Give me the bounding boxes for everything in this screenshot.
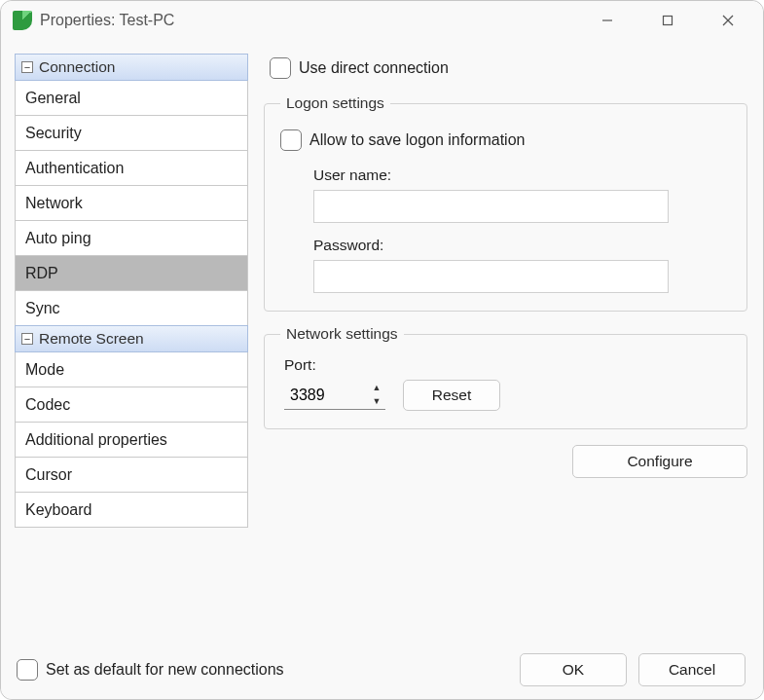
sidebar-item-sync[interactable]: Sync bbox=[15, 291, 248, 326]
configure-button[interactable]: Configure bbox=[572, 445, 747, 478]
minimize-icon bbox=[600, 14, 614, 27]
sidebar: − Connection General Security Authentica… bbox=[15, 54, 248, 641]
svg-rect-1 bbox=[664, 17, 673, 25]
allow-save-label: Allow to save logon information bbox=[309, 131, 525, 149]
titlebar: Properties: Test-PC bbox=[1, 1, 763, 40]
allow-save-checkbox[interactable] bbox=[280, 129, 302, 151]
network-legend: Network settings bbox=[280, 325, 404, 343]
sidebar-group-connection[interactable]: − Connection bbox=[15, 54, 248, 81]
sidebar-item-authentication[interactable]: Authentication bbox=[15, 151, 248, 186]
main-panel: Use direct connection Logon settings All… bbox=[264, 54, 747, 641]
username-input[interactable] bbox=[313, 190, 669, 223]
sidebar-item-general[interactable]: General bbox=[15, 81, 248, 116]
window-title: Properties: Test-PC bbox=[40, 12, 174, 29]
sidebar-item-codec[interactable]: Codec bbox=[15, 387, 248, 423]
maximize-button[interactable] bbox=[650, 7, 685, 34]
username-label: User name: bbox=[313, 166, 731, 184]
app-icon bbox=[13, 11, 32, 30]
sidebar-item-network[interactable]: Network bbox=[15, 186, 248, 221]
port-label: Port: bbox=[284, 356, 731, 374]
sidebar-item-keyboard[interactable]: Keyboard bbox=[15, 493, 248, 528]
password-input[interactable] bbox=[313, 260, 669, 293]
sidebar-group-label: Connection bbox=[39, 58, 115, 76]
logon-legend: Logon settings bbox=[280, 94, 390, 112]
port-input[interactable] bbox=[284, 381, 368, 409]
collapse-icon: − bbox=[21, 333, 33, 345]
sidebar-item-additional-properties[interactable]: Additional properties bbox=[15, 423, 248, 458]
footer: Set as default for new connections OK Ca… bbox=[1, 641, 763, 699]
default-checkbox[interactable] bbox=[17, 659, 38, 681]
default-label: Set as default for new connections bbox=[46, 661, 284, 679]
minimize-button[interactable] bbox=[590, 7, 625, 34]
logon-settings-group: Logon settings Allow to save logon infor… bbox=[264, 94, 747, 312]
password-label: Password: bbox=[313, 237, 731, 254]
network-settings-group: Network settings Port: ▲ ▼ Reset bbox=[264, 325, 747, 429]
sidebar-item-mode[interactable]: Mode bbox=[15, 352, 248, 387]
sidebar-item-rdp[interactable]: RDP bbox=[15, 256, 248, 291]
reset-button[interactable]: Reset bbox=[403, 380, 500, 411]
use-direct-label: Use direct connection bbox=[299, 59, 449, 77]
spin-up-icon[interactable]: ▲ bbox=[368, 381, 385, 395]
cancel-button[interactable]: Cancel bbox=[638, 653, 746, 686]
close-icon bbox=[721, 14, 735, 27]
sidebar-item-cursor[interactable]: Cursor bbox=[15, 458, 248, 493]
spin-down-icon[interactable]: ▼ bbox=[368, 395, 385, 410]
close-button[interactable] bbox=[710, 7, 746, 34]
sidebar-item-security[interactable]: Security bbox=[15, 116, 248, 151]
collapse-icon: − bbox=[21, 61, 33, 73]
use-direct-checkbox[interactable] bbox=[270, 57, 291, 79]
port-spinner[interactable]: ▲ ▼ bbox=[284, 381, 385, 410]
ok-button[interactable]: OK bbox=[520, 653, 627, 686]
sidebar-group-remotescreen[interactable]: − Remote Screen bbox=[15, 325, 248, 352]
maximize-icon bbox=[661, 14, 674, 27]
sidebar-group-label: Remote Screen bbox=[39, 330, 144, 348]
sidebar-item-autoping[interactable]: Auto ping bbox=[15, 221, 248, 256]
properties-window: Properties: Test-PC − Connection General… bbox=[0, 0, 764, 700]
